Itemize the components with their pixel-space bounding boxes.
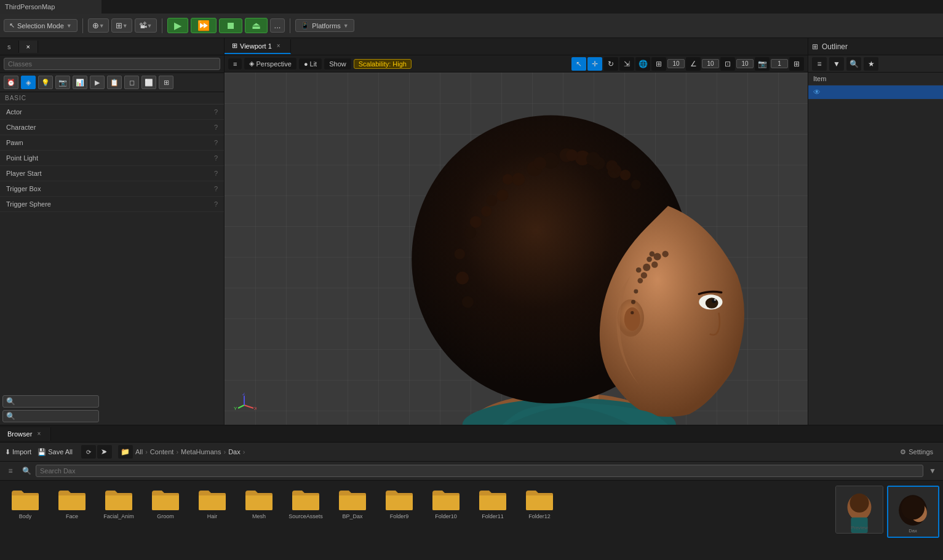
select-tool-btn[interactable]: ↖ (571, 57, 586, 71)
folder-groom[interactable]: Groom (144, 486, 187, 522)
left-icon-shapes[interactable]: ◻ (124, 76, 139, 89)
search-icon-btn[interactable]: 🔍 (20, 464, 33, 478)
show-button[interactable]: Show (324, 58, 351, 69)
left-panel-tab-close[interactable]: × (19, 41, 38, 53)
left-item-player-start[interactable]: Player Start ? (0, 166, 224, 181)
scale-snap-btn[interactable]: ⊡ (720, 57, 735, 71)
outliner-sort-btn[interactable]: ▼ (829, 57, 844, 71)
more-options-button[interactable]: ... (270, 18, 285, 33)
world-icon-btn[interactable]: 🌐 (635, 57, 650, 71)
stop-button[interactable]: ⏹ (219, 18, 242, 33)
eject-button[interactable]: ⏏ (245, 18, 268, 33)
help-icon[interactable]: ? (214, 139, 218, 146)
left-search-input-2[interactable] (18, 413, 95, 420)
angle-snap-btn[interactable]: ∠ (686, 57, 701, 71)
help-icon[interactable]: ? (214, 154, 218, 162)
viewport-canvas[interactable]: X Y Z (225, 73, 808, 425)
help-icon[interactable]: ? (214, 200, 218, 208)
nav-back-btn[interactable]: ⟳ (81, 445, 96, 459)
save-all-btn[interactable]: 💾 Save All (38, 448, 73, 456)
scale-input[interactable]: 10 (736, 59, 754, 68)
left-item-point-light[interactable]: Point Light ? (0, 151, 224, 166)
left-icon-volumes[interactable]: ⬜ (141, 76, 156, 89)
lit-button[interactable]: ● Lit (299, 58, 322, 69)
selection-mode-button[interactable]: ↖ Selection Mode ▼ (4, 19, 78, 32)
play-next-button[interactable]: ⏩ (191, 18, 217, 33)
left-item-actor[interactable]: Actor ? (0, 105, 224, 120)
search-dropdown-btn[interactable]: ▼ (926, 464, 939, 478)
left-icon-blueprints[interactable]: 📋 (107, 76, 122, 89)
left-icon-all[interactable]: ⊞ (159, 76, 173, 89)
folder-bp-dax[interactable]: BP_Dax (331, 486, 374, 522)
folder-hair[interactable]: Hair (191, 486, 234, 522)
left-icon-time[interactable]: ⏰ (4, 76, 18, 89)
move-tool-btn[interactable]: ✛ (587, 57, 602, 71)
left-icon-geometry[interactable]: ◈ (21, 76, 36, 89)
outliner-item-selected[interactable]: 👁 (808, 85, 943, 100)
scale-tool-btn[interactable]: ⇲ (619, 57, 634, 71)
asset-thumb-selected[interactable]: Dax (887, 486, 939, 538)
left-item-trigger-sphere[interactable]: Trigger Sphere ? (0, 197, 224, 212)
folder-11[interactable]: Folder11 (471, 486, 514, 522)
left-item-pawn[interactable]: Pawn ? (0, 135, 224, 151)
quick-add-btn[interactable]: 📽 ▼ (135, 18, 157, 33)
folder-9[interactable]: Folder9 (378, 486, 421, 522)
browser-tab[interactable]: Browser × (0, 427, 51, 441)
asset-thumb-1[interactable]: Preview (835, 486, 883, 534)
surface-snapping-btn[interactable]: ⊞ (651, 57, 666, 71)
classes-search-input[interactable] (4, 58, 220, 70)
play-button[interactable]: ▶ (167, 18, 188, 33)
folder-body[interactable]: Body (4, 486, 47, 522)
help-icon[interactable]: ? (214, 185, 218, 192)
folder-mesh[interactable]: Mesh (237, 486, 281, 522)
viewport-hamburger-btn[interactable]: ≡ (228, 58, 242, 69)
left-icon-camera[interactable]: 📷 (55, 76, 70, 89)
left-search-input-1[interactable] (18, 398, 95, 405)
help-icon[interactable]: ? (214, 124, 218, 131)
left-item-trigger-box[interactable]: Trigger Box ? (0, 181, 224, 197)
outliner-fav-btn[interactable]: ★ (864, 57, 878, 71)
left-icon-visual[interactable]: 📊 (73, 76, 87, 89)
breadcrumb-content[interactable]: Content (150, 448, 174, 455)
folder-icon-btn[interactable]: 📁 (118, 445, 133, 459)
add-button[interactable]: ⊕ ▼ (88, 18, 109, 33)
folder-face[interactable]: Face (50, 486, 94, 522)
import-btn[interactable]: ⬇ Import (5, 448, 31, 456)
folder-facial-anim[interactable]: Facial_Anim (97, 486, 140, 522)
search-dax-input[interactable] (36, 465, 923, 477)
select-mode-btn[interactable]: ⊞ ▼ (111, 18, 132, 33)
nav-fwd-btn[interactable]: ⮞ (97, 445, 112, 459)
folder-icon-mesh (244, 488, 274, 511)
outliner-item-label[interactable]: Item (808, 73, 943, 85)
camera-speed-btn[interactable]: 📷 (755, 57, 770, 71)
svg-point-24 (533, 157, 546, 170)
outliner-filter-btn[interactable]: ≡ (812, 57, 827, 71)
viewport-tab-close[interactable]: × (274, 42, 283, 50)
breadcrumb-dax[interactable]: Dax (228, 448, 241, 455)
visibility-eye-icon[interactable]: 👁 (813, 88, 821, 97)
left-panel-tab-s[interactable]: s (0, 41, 19, 53)
filter-icon-btn[interactable]: ≡ (4, 464, 17, 478)
camera-speed-val[interactable]: 1 (771, 59, 788, 68)
left-icon-light[interactable]: 💡 (38, 76, 53, 89)
breadcrumb-metahumans[interactable]: MetaHumans (181, 448, 221, 455)
folder-12[interactable]: Folder12 (518, 486, 561, 522)
scalability-badge[interactable]: Scalability: High (354, 59, 412, 69)
left-item-character[interactable]: Character ? (0, 120, 224, 135)
help-icon[interactable]: ? (214, 170, 218, 177)
viewport-tab-1[interactable]: ⊞ Viewport 1 × (225, 39, 291, 54)
perspective-button[interactable]: ◈ Perspective (244, 58, 296, 69)
browser-tab-close[interactable]: × (34, 430, 43, 438)
left-icon-sounds[interactable]: ▶ (90, 76, 105, 89)
platforms-button[interactable]: 📱 Platforms ▼ (295, 19, 354, 32)
rotate-tool-btn[interactable]: ↻ (603, 57, 618, 71)
help-icon[interactable]: ? (214, 108, 218, 116)
folder-source-assets[interactable]: SourceAssets (284, 486, 327, 522)
grid-size-input[interactable]: 10 (667, 59, 685, 68)
maximize-btn[interactable]: ⊞ (789, 57, 804, 71)
angle-input[interactable]: 10 (702, 59, 719, 68)
settings-button[interactable]: ⚙ Settings (895, 447, 938, 457)
breadcrumb-all[interactable]: All (135, 448, 143, 455)
folder-10[interactable]: Folder10 (424, 486, 468, 522)
outliner-search-btn[interactable]: 🔍 (846, 57, 861, 71)
